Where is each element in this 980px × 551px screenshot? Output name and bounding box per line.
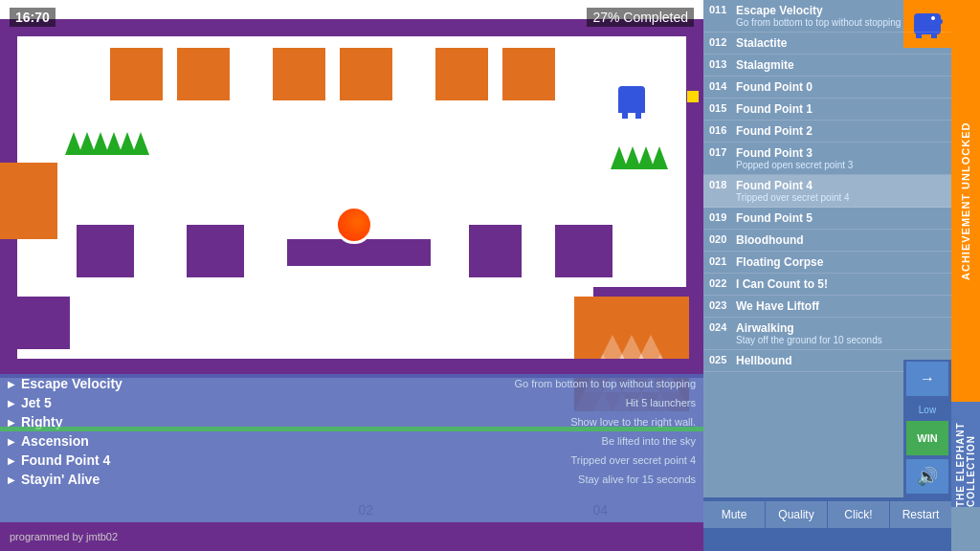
svg-marker-2 <box>92 132 109 155</box>
ach-list-num-1: 012 <box>709 36 736 48</box>
ach-list-title-11: I Can Count to 5! <box>736 277 946 291</box>
wall-orange-left <box>0 163 57 239</box>
hud-timer: 16:70 <box>10 8 56 27</box>
svg-marker-4 <box>119 132 136 155</box>
ach-list-subtitle-0: Go from bottom to top without stopping <box>736 17 946 28</box>
svg-marker-5 <box>132 132 149 155</box>
purple-lower-left <box>17 297 70 349</box>
ach-name-0: Escape Velocity <box>21 376 514 391</box>
purple-mid-3 <box>469 225 522 277</box>
ach-arrow-2: ▶ <box>8 417 15 428</box>
platform-box-3 <box>273 48 325 100</box>
click-button[interactable]: Click! <box>828 501 890 528</box>
ach-list-num-10: 021 <box>709 255 736 267</box>
ach-arrow-0: ▶ <box>8 379 15 389</box>
mute-button[interactable]: Mute <box>703 501 766 528</box>
arrow-right-button[interactable]: → <box>906 362 948 396</box>
elephant-collection-banner: THE ELEPHANT COLLECTION <box>951 402 980 507</box>
yellow-square <box>687 91 699 102</box>
ach-list-title-13: Airwalking <box>736 321 946 335</box>
ach-list-title-12: We Have Liftoff <box>736 299 946 313</box>
bottom-buttons-panel: Mute Quality Click! Restart <box>703 497 951 551</box>
bottom-button-row: Mute Quality Click! Restart <box>703 501 951 528</box>
ach-list-row-13[interactable]: 024AirwalkingStay off the ground for 10 … <box>703 318 951 350</box>
game-canvas <box>0 0 703 378</box>
volume-button[interactable]: 🔊 <box>906 459 948 494</box>
ach-row-2[interactable]: ▶ Righty Show love to the right wall. <box>0 412 703 431</box>
ach-list-num-14: 025 <box>709 354 736 365</box>
ach-list-num-6: 017 <box>709 146 736 158</box>
ach-list-row-11[interactable]: 022I Can Count to 5! <box>703 274 951 296</box>
win-button[interactable]: WIN <box>906 421 948 455</box>
ach-desc-1: Hit 5 launchers <box>626 397 696 408</box>
ach-name-5: Stayin' Alive <box>21 472 578 487</box>
svg-marker-8 <box>637 146 655 169</box>
ach-row-1[interactable]: ▶ Jet 5 Hit 5 launchers <box>0 393 703 412</box>
ach-name-3: Ascension <box>21 433 602 449</box>
elephant <box>618 86 645 113</box>
ach-row-5[interactable]: ▶ Stayin' Alive Stay alive for 15 second… <box>0 470 703 489</box>
ach-row-0[interactable]: ▶ Escape Velocity Go from bottom to top … <box>0 374 703 393</box>
low-label: Low <box>919 405 936 415</box>
ach-list-title-9: Bloodhound <box>736 233 946 247</box>
ach-list-row-2[interactable]: 013Stalagmite <box>703 55 951 77</box>
svg-marker-1 <box>78 132 96 155</box>
ach-list-row-10[interactable]: 021Floating Corpse <box>703 252 951 274</box>
spikes-left <box>65 124 151 155</box>
ach-desc-4: Tripped over secret point 4 <box>571 454 696 466</box>
ach-list-subtitle-7: Tripped over secret point 4 <box>736 192 946 203</box>
spikes-right <box>611 139 668 169</box>
ach-list-num-12: 023 <box>709 299 736 311</box>
ach-list-title-0: Escape Velocity <box>736 4 946 17</box>
ach-list-num-2: 013 <box>709 58 736 70</box>
ach-list-num-11: 022 <box>709 277 736 289</box>
platform-box-1 <box>110 48 163 100</box>
ach-row-3[interactable]: ▶ Ascension Be lifted into the sky <box>0 431 703 451</box>
purple-mid-4 <box>555 225 612 277</box>
ach-list-num-7: 018 <box>709 179 736 190</box>
player <box>335 206 373 244</box>
ach-list-title-2: Stalagmite <box>736 58 946 72</box>
ach-arrow-3: ▶ <box>8 436 15 447</box>
programmed-by-label: programmed by jmtb02 <box>10 531 118 542</box>
right-panel: ACHIEVEMENT UNLOCKED THE ELEPHANT COLLEC… <box>703 0 980 551</box>
ach-desc-5: Stay alive for 15 seconds <box>578 474 696 485</box>
ach-list-num-13: 024 <box>709 321 736 333</box>
svg-marker-9 <box>651 146 668 169</box>
ach-list-row-9[interactable]: 020Bloodhound <box>703 230 951 252</box>
ach-list-title-8: Found Point 5 <box>736 211 946 225</box>
ach-list-title-4: Found Point 1 <box>736 102 946 116</box>
ach-list-title-5: Found Point 2 <box>736 124 946 138</box>
ach-list-row-7[interactable]: 018Found Point 4Tripped over secret poin… <box>703 175 951 208</box>
ach-list-num-0: 011 <box>709 4 736 15</box>
ach-name-4: Found Point 4 <box>21 452 571 468</box>
ach-list-row-3[interactable]: 014Found Point 0 <box>703 77 951 99</box>
ach-list-title-1: Stalactite <box>736 36 946 50</box>
ach-list-row-1[interactable]: 012Stalactite <box>703 33 951 55</box>
ach-list-row-0[interactable]: 011Escape VelocityGo from bottom to top … <box>703 0 951 33</box>
restart-button[interactable]: Restart <box>890 501 951 528</box>
ach-list-row-4[interactable]: 015Found Point 1 <box>703 99 951 121</box>
ach-list-subtitle-13: Stay off the ground for 10 seconds <box>736 335 946 345</box>
platform-box-2 <box>177 48 230 100</box>
ach-list-title-3: Found Point 0 <box>736 80 946 94</box>
ach-list-row-8[interactable]: 019Found Point 5 <box>703 208 951 230</box>
ach-name-1: Jet 5 <box>21 395 626 410</box>
ach-list-title-10: Floating Corpse <box>736 255 946 269</box>
quality-button[interactable]: Quality <box>766 501 828 528</box>
ach-list-num-8: 019 <box>709 211 736 223</box>
ach-arrow-4: ▶ <box>8 455 15 466</box>
ach-list-subtitle-6: Popped open secret point 3 <box>736 160 946 170</box>
ach-list-row-6[interactable]: 017Found Point 3Popped open secret point… <box>703 143 951 175</box>
ach-list-title-6: Found Point 3 <box>736 146 946 160</box>
bottom-toolbar: programmed by jmtb02 <box>0 522 703 551</box>
svg-marker-7 <box>624 146 641 169</box>
svg-marker-6 <box>611 146 628 169</box>
ach-list-row-5[interactable]: 016Found Point 2 <box>703 121 951 143</box>
ach-desc-0: Go from bottom to top without stopping <box>514 378 696 389</box>
svg-marker-3 <box>105 132 122 155</box>
ach-list-row-12[interactable]: 023We Have Liftoff <box>703 296 951 318</box>
platform-box-5 <box>435 48 488 100</box>
ach-row-4[interactable]: ▶ Found Point 4 Tripped over secret poin… <box>0 451 703 470</box>
ach-list-num-3: 014 <box>709 80 736 92</box>
